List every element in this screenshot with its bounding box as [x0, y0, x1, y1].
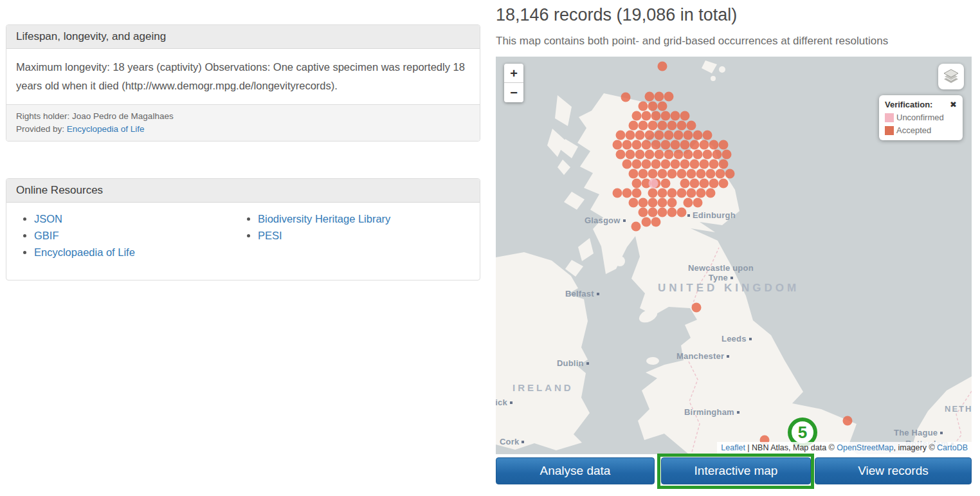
- occurrence-dot[interactable]: [648, 198, 658, 208]
- occurrence-dot[interactable]: [642, 111, 651, 121]
- occurrence-dot[interactable]: [693, 131, 703, 140]
- occurrence-dot[interactable]: [719, 140, 729, 150]
- occurrence-dot[interactable]: [690, 140, 700, 150]
- occurrence-dot[interactable]: [658, 188, 667, 198]
- resource-link[interactable]: JSON: [34, 213, 62, 225]
- occurrence-dot[interactable]: [642, 140, 651, 150]
- occurrence-dot[interactable]: [639, 121, 648, 131]
- resource-link[interactable]: Encyclopaedia of Life: [34, 246, 135, 258]
- occurrence-dot[interactable]: [639, 102, 648, 111]
- occurrence-dot[interactable]: [658, 62, 667, 71]
- analyse-data-button[interactable]: Analyse data: [496, 457, 655, 484]
- occurrence-dot[interactable]: [677, 188, 687, 198]
- occurrence-dot[interactable]: [700, 140, 709, 150]
- occurrence-dot[interactable]: [674, 131, 684, 140]
- occurrence-dot[interactable]: [616, 131, 626, 140]
- openstreetmap-link[interactable]: OpenStreetMap: [837, 443, 893, 452]
- occurrence-dot[interactable]: [622, 160, 632, 169]
- occurrence-dot[interactable]: [667, 198, 677, 208]
- layers-control-button[interactable]: [938, 64, 964, 89]
- zoom-out-button[interactable]: −: [504, 83, 523, 102]
- occurrence-dot[interactable]: [680, 160, 690, 169]
- occurrence-dot[interactable]: [629, 198, 639, 208]
- occurrence-dot[interactable]: [661, 160, 671, 169]
- occurrence-dot[interactable]: [658, 169, 667, 179]
- occurrence-dot[interactable]: [658, 208, 667, 217]
- occurrence-dot[interactable]: [648, 188, 658, 198]
- occurrence-dot[interactable]: [674, 150, 684, 160]
- occurrence-dot[interactable]: [687, 169, 696, 179]
- cartodb-link[interactable]: CartoDB: [937, 443, 968, 452]
- resource-link[interactable]: PESI: [258, 230, 282, 241]
- occurrence-dot[interactable]: [684, 150, 693, 160]
- occurrence-dot[interactable]: [664, 150, 674, 160]
- occurrence-dot[interactable]: [655, 150, 664, 160]
- occurrence-dot[interactable]: [680, 179, 690, 188]
- occurrence-dot[interactable]: [648, 102, 658, 111]
- occurrence-dot[interactable]: [696, 188, 706, 198]
- occurrence-dot[interactable]: [667, 188, 677, 198]
- occurrence-dot[interactable]: [632, 160, 642, 169]
- occurrence-dot[interactable]: [719, 160, 729, 169]
- occurrence-dot[interactable]: [687, 121, 696, 131]
- occurrence-dot[interactable]: [716, 169, 725, 179]
- occurrence-dot[interactable]: [700, 160, 709, 169]
- occurrence-dot[interactable]: [632, 179, 642, 188]
- occurrence-dot[interactable]: [664, 131, 674, 140]
- occurrence-dot[interactable]: [645, 92, 655, 102]
- occurrence-dot[interactable]: [693, 150, 703, 160]
- occurrence-dot[interactable]: [664, 92, 674, 102]
- occurrence-dot[interactable]: [692, 303, 702, 313]
- occurrence-dot[interactable]: [725, 169, 735, 179]
- leaflet-link[interactable]: Leaflet: [721, 443, 745, 452]
- occurrence-dot[interactable]: [703, 150, 712, 160]
- occurrence-dot[interactable]: [661, 140, 671, 150]
- occurrence-dot[interactable]: [632, 140, 642, 150]
- occurrence-dot[interactable]: [626, 131, 635, 140]
- occurrence-dot[interactable]: [661, 111, 671, 121]
- occurrence-dot[interactable]: [843, 416, 853, 426]
- occurrence-dot[interactable]: [629, 169, 639, 179]
- occurrence-dot[interactable]: [709, 179, 719, 188]
- occurrence-dot[interactable]: [632, 188, 642, 198]
- occurrence-dot[interactable]: [677, 169, 687, 179]
- view-records-button[interactable]: View records: [815, 457, 972, 484]
- occurrence-dot[interactable]: [651, 140, 661, 150]
- occurrence-dot[interactable]: [613, 188, 622, 198]
- occurrence-dot[interactable]: [684, 198, 693, 208]
- occurrence-dot[interactable]: [687, 188, 696, 198]
- occurrence-dot[interactable]: [632, 111, 642, 121]
- occurrence-dot[interactable]: [677, 208, 687, 217]
- occurrence-dot[interactable]: [671, 160, 680, 169]
- occurrence-dot[interactable]: [622, 188, 632, 198]
- occurrence-dot[interactable]: [706, 169, 716, 179]
- occurrence-dot[interactable]: [719, 179, 729, 188]
- occurrence-dot[interactable]: [642, 160, 651, 169]
- occurrence-dot[interactable]: [700, 179, 709, 188]
- occurrence-dot[interactable]: [690, 179, 700, 188]
- occurrence-dot[interactable]: [635, 131, 645, 140]
- occurrence-dot[interactable]: [642, 217, 651, 227]
- occurrence-dot[interactable]: [690, 160, 700, 169]
- occurrence-dot[interactable]: [712, 150, 722, 160]
- occurrence-dot[interactable]: [709, 160, 719, 169]
- occurrence-dot[interactable]: [648, 208, 658, 217]
- occurrence-dot[interactable]: [667, 121, 677, 131]
- occurrence-dot[interactable]: [626, 150, 635, 160]
- occurrence-dot[interactable]: [671, 140, 680, 150]
- occurrence-dot[interactable]: [706, 188, 716, 198]
- occurrence-dot[interactable]: [696, 169, 706, 179]
- occurrence-dot[interactable]: [645, 131, 655, 140]
- occurrence-dot[interactable]: [645, 150, 655, 160]
- legend-close-icon[interactable]: ✖: [950, 100, 957, 109]
- occurrence-dot[interactable]: [651, 111, 661, 121]
- occurrence-dot[interactable]: [671, 111, 680, 121]
- occurrence-map[interactable]: Glasgow Edinburgh Newcastle uponTyne Bel…: [496, 57, 972, 454]
- resource-link[interactable]: Biodiversity Heritage Library: [258, 213, 390, 225]
- occurrence-dot[interactable]: [655, 92, 664, 102]
- occurrence-dot[interactable]: [613, 140, 622, 150]
- occurrence-dot[interactable]: [649, 179, 658, 188]
- occurrence-dot[interactable]: [709, 140, 719, 150]
- occurrence-dot[interactable]: [658, 102, 667, 111]
- occurrence-dot[interactable]: [658, 198, 667, 208]
